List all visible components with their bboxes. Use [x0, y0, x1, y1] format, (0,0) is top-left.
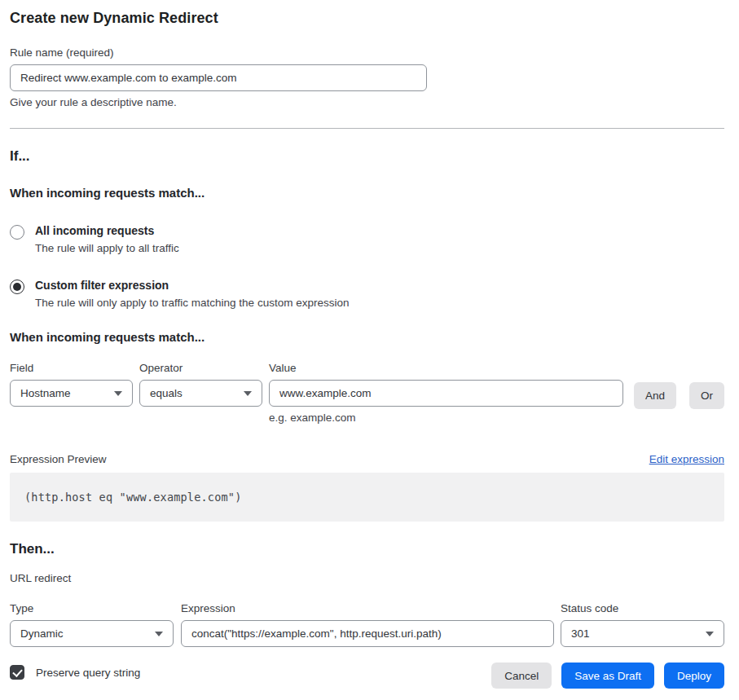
operator-select[interactable]: equals	[139, 380, 262, 407]
redirect-config-row: Type Dynamic Expression Status code 301	[10, 602, 724, 647]
deploy-button[interactable]: Deploy	[664, 663, 724, 689]
checkbox-checked-icon[interactable]	[10, 665, 24, 680]
chevron-down-icon	[244, 391, 252, 396]
expression-label: Expression	[181, 602, 554, 614]
operator-select-value: equals	[150, 387, 183, 399]
type-select-value: Dynamic	[20, 627, 64, 640]
radio-unselected-icon[interactable]	[10, 225, 24, 240]
radio-custom-label: Custom filter expression	[35, 279, 349, 292]
operator-label: Operator	[139, 362, 262, 374]
radio-selected-icon[interactable]	[10, 280, 24, 294]
status-code-select-value: 301	[571, 627, 590, 640]
value-help: e.g. example.com	[269, 412, 623, 424]
rule-name-help: Give your rule a descriptive name.	[10, 96, 719, 108]
expression-preview-label: Expression Preview	[10, 453, 107, 465]
value-input[interactable]	[269, 380, 623, 407]
section-divider	[10, 128, 724, 129]
page-title: Create new Dynamic Redirect	[10, 10, 719, 27]
save-as-draft-button[interactable]: Save as Draft	[561, 663, 654, 689]
and-button[interactable]: And	[634, 382, 676, 409]
field-label: Field	[10, 362, 133, 374]
radio-custom-description: The rule will only apply to traffic matc…	[35, 297, 349, 309]
then-heading: Then...	[10, 541, 719, 557]
chevron-down-icon	[155, 632, 163, 636]
radio-all-description: The rule will apply to all traffic	[35, 242, 179, 254]
value-label: Value	[269, 362, 623, 374]
filter-heading: When incoming requests match...	[10, 330, 719, 344]
status-code-label: Status code	[561, 602, 724, 614]
cancel-button[interactable]: Cancel	[491, 663, 552, 689]
edit-expression-link[interactable]: Edit expression	[649, 453, 724, 465]
filter-builder-row: Field Hostname Operator equals Value e.g…	[10, 362, 724, 424]
radio-all-label: All incoming requests	[35, 224, 179, 237]
url-redirect-label: URL redirect	[10, 572, 719, 584]
rule-name-label: Rule name (required)	[10, 46, 719, 59]
radio-custom-filter-expression[interactable]: Custom filter expression The rule will o…	[10, 279, 719, 309]
if-heading: If...	[10, 148, 719, 165]
field-select[interactable]: Hostname	[10, 380, 133, 407]
status-code-select[interactable]: 301	[561, 620, 724, 647]
chevron-down-icon	[114, 391, 122, 396]
rule-name-input[interactable]	[10, 64, 427, 91]
if-subheading: When incoming requests match...	[10, 186, 719, 200]
create-redirect-form: Create new Dynamic Redirect Rule name (r…	[0, 0, 734, 680]
chevron-down-icon	[706, 632, 714, 636]
type-select[interactable]: Dynamic	[10, 620, 174, 647]
expression-preview-code: (http.host eq "www.example.com")	[10, 473, 724, 522]
radio-all-incoming-requests[interactable]: All incoming requests The rule will appl…	[10, 224, 719, 254]
redirect-expression-input[interactable]	[181, 620, 554, 647]
rule-name-group: Rule name (required) Give your rule a de…	[10, 46, 719, 108]
preserve-query-string-label: Preserve query string	[36, 667, 140, 679]
footer-actions: Cancel Save as Draft Deploy	[491, 663, 724, 689]
field-select-value: Hostname	[20, 387, 71, 399]
or-button[interactable]: Or	[689, 382, 724, 409]
type-label: Type	[10, 602, 174, 614]
